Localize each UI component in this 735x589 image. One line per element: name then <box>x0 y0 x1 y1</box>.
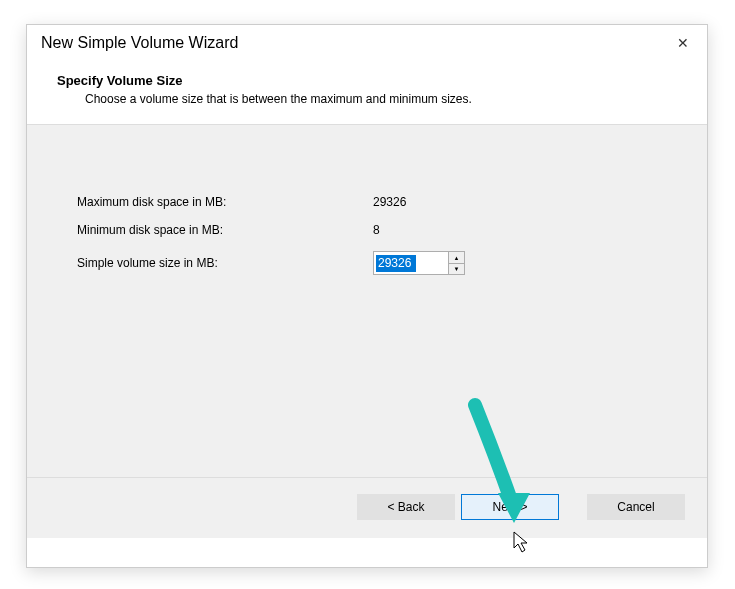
volume-size-row: Simple volume size in MB: 29326 ▲ ▼ <box>77 251 657 275</box>
header-section: Specify Volume Size Choose a volume size… <box>27 59 707 124</box>
spinner-buttons: ▲ ▼ <box>448 252 464 274</box>
next-button[interactable]: Next > <box>461 494 559 520</box>
max-space-label: Maximum disk space in MB: <box>77 195 373 209</box>
volume-size-input[interactable] <box>374 252 448 274</box>
wizard-dialog: New Simple Volume Wizard ✕ Specify Volum… <box>26 24 708 568</box>
back-button[interactable]: < Back <box>357 494 455 520</box>
page-subtitle: Choose a volume size that is between the… <box>85 92 677 106</box>
max-space-value: 29326 <box>373 195 406 209</box>
volume-size-label: Simple volume size in MB: <box>77 256 373 270</box>
button-bar: < Back Next > Cancel <box>27 478 707 538</box>
min-space-value: 8 <box>373 223 380 237</box>
volume-size-spinner[interactable]: 29326 ▲ ▼ <box>373 251 465 275</box>
content-area: Maximum disk space in MB: 29326 Minimum … <box>27 125 707 477</box>
min-space-row: Minimum disk space in MB: 8 <box>77 223 657 237</box>
spinner-up-icon[interactable]: ▲ <box>449 252 464 263</box>
page-title: Specify Volume Size <box>57 73 677 88</box>
max-space-row: Maximum disk space in MB: 29326 <box>77 195 657 209</box>
min-space-label: Minimum disk space in MB: <box>77 223 373 237</box>
window-title: New Simple Volume Wizard <box>41 34 238 52</box>
cancel-button[interactable]: Cancel <box>587 494 685 520</box>
close-icon[interactable]: ✕ <box>671 33 695 53</box>
spinner-down-icon[interactable]: ▼ <box>449 263 464 274</box>
titlebar: New Simple Volume Wizard ✕ <box>27 25 707 59</box>
